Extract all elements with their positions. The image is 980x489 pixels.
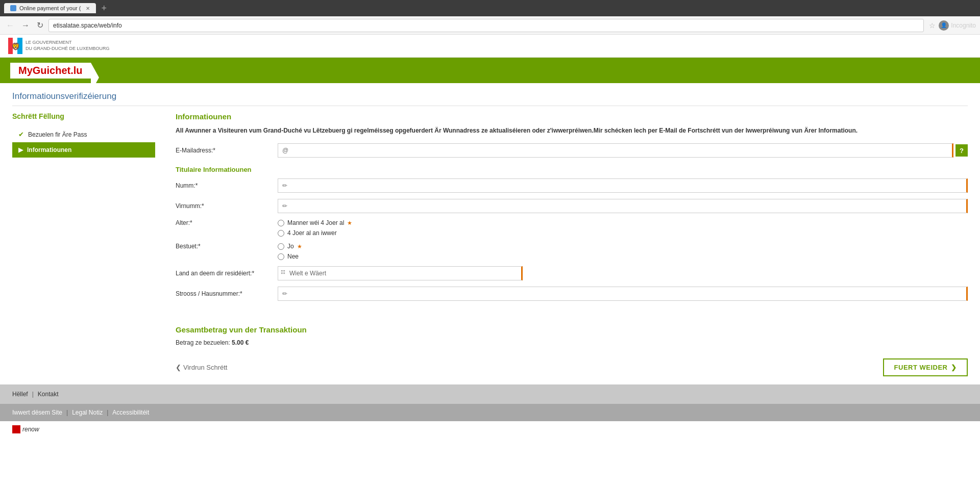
reload-icon[interactable]: ↻	[35, 19, 45, 31]
bestuet-option-nee-label[interactable]: Nee	[287, 253, 299, 260]
footer-sep-1: |	[32, 391, 34, 398]
strooss-input[interactable]	[278, 287, 968, 301]
email-input-wrapper: ?	[278, 143, 968, 158]
footer-legal-link[interactable]: Legal Notiz	[72, 409, 103, 416]
arrow-icon: ▶	[18, 146, 23, 153]
footer-kontakt-link[interactable]: Kontakt	[38, 391, 59, 398]
land-label: Land an deem dir residéiert:*	[176, 270, 278, 277]
footer-iwwert-link[interactable]: Iwwert dësem Site	[12, 409, 62, 416]
check-icon: ✔	[18, 131, 24, 138]
bestuet-required-mark: ★	[297, 243, 302, 250]
sidebar-item-bezuelen[interactable]: ✔ Bezuelen fir Äre Pass	[12, 126, 155, 142]
back-label: Virdrun Schrétt	[183, 364, 227, 371]
alter-radio-2[interactable]	[278, 230, 284, 237]
luxembourg-lion-icon: 🦁	[8, 38, 22, 54]
virnumm-label: Virnumm:*	[176, 202, 278, 210]
sidebar-item-informatiounen[interactable]: ▶ Informatiounen	[12, 142, 155, 158]
alter-option-2: 4 Joer al an iwwer	[278, 229, 352, 237]
incognito-badge: 👤 Incognito	[939, 20, 976, 31]
amount-value: 5.00 €	[232, 339, 249, 346]
transaction-section: Gesamtbetrag vun der Transaktioun Betrag…	[176, 317, 968, 346]
bestuet-label: Bestuet:*	[176, 243, 278, 250]
gov-logo: 🦁 LE GOUVERNEMENT DU GRAND-DUCHÉ DE LUXE…	[8, 38, 110, 54]
forward-chevron-icon: ❯	[951, 364, 957, 371]
bestuet-option-jo-label[interactable]: Jo	[287, 243, 294, 250]
transaction-title: Gesamtbetrag vun der Transaktioun	[176, 325, 968, 334]
page-content: Informatiounsverifizéierung Schrëtt Fëll…	[0, 83, 980, 384]
form-description: All Awunner a Visiteuren vum Grand-Duché…	[176, 126, 968, 135]
brand-header: MyGuichet.lu	[0, 58, 980, 83]
bestuet-radio-group: Jo ★ Nee	[278, 243, 302, 260]
sidebar-item-bezuelen-label: Bezuelen fir Äre Pass	[28, 131, 87, 138]
land-input-wrapper: ☷ Wielt e Wäert	[278, 266, 968, 280]
page-title: Informatiounsverifizéierung	[12, 91, 968, 106]
footer-sep-3: |	[107, 409, 108, 416]
tab-close-icon[interactable]: ✕	[86, 6, 90, 11]
tab-favicon-icon	[10, 5, 16, 11]
tab-title: Online payment of your (	[19, 5, 81, 11]
renow-label: renow	[22, 426, 39, 433]
browser-chrome: Online payment of your ( ✕ +	[0, 0, 980, 16]
alter-radio-group: Manner wéi 4 Joer al ★ 4 Joer al an iwwe…	[278, 219, 352, 237]
strooss-input-wrapper	[278, 287, 968, 301]
bestuet-option-jo: Jo ★	[278, 243, 302, 250]
renow-badge: ☑ renow	[0, 421, 980, 437]
back-nav-icon[interactable]: ←	[4, 20, 16, 31]
strooss-group: Strooss / Hausnummer:*	[176, 287, 968, 301]
new-tab-icon[interactable]: +	[101, 3, 107, 14]
alter-group: Alter:* Manner wéi 4 Joer al ★ 4 Joer al…	[176, 219, 968, 237]
numm-input[interactable]	[278, 178, 968, 193]
footer-sep-2: |	[66, 409, 68, 416]
email-help-button[interactable]: ?	[955, 144, 968, 157]
sidebar-item-informatiounen-label: Informatiounen	[27, 146, 71, 153]
numm-input-wrapper	[278, 178, 968, 193]
amount-label: Betrag ze bezuelen:	[176, 339, 230, 346]
land-group: Land an deem dir residéiert:* ☷ Wielt e …	[176, 266, 968, 280]
email-label: E-Mailadress:*	[176, 147, 278, 154]
address-input[interactable]	[48, 19, 924, 32]
forward-nav-icon[interactable]: →	[19, 20, 32, 31]
transaction-amount: Betrag ze bezuelen: 5.00 €	[176, 339, 968, 346]
renow-checkbox-icon: ☑	[12, 425, 20, 433]
brand-name: MyGuichet.lu	[10, 63, 91, 79]
alter-radio-1[interactable]	[278, 220, 284, 226]
back-button[interactable]: ❮ Virdrun Schrétt	[176, 364, 227, 371]
alter-option-1: Manner wéi 4 Joer al ★	[278, 219, 352, 226]
incognito-icon: 👤	[939, 20, 949, 31]
forward-label: FUERT WEIDER	[894, 364, 948, 371]
incognito-label: Incognito	[951, 22, 976, 29]
alter-label: Alter:*	[176, 219, 278, 226]
back-chevron-icon: ❮	[176, 364, 181, 371]
select-icon: ☷	[281, 269, 285, 275]
land-select-wrapper: ☷ Wielt e Wäert	[278, 266, 968, 280]
main-layout: Schrëtt Fëllung ✔ Bezuelen fir Äre Pass …	[12, 112, 968, 376]
bestuet-radio-nee[interactable]	[278, 253, 284, 260]
email-input[interactable]	[278, 143, 953, 158]
forward-button[interactable]: FUERT WEIDER ❯	[883, 358, 968, 376]
footer-access-link[interactable]: Accessibilitéit	[112, 409, 149, 416]
email-group: E-Mailadress:* ?	[176, 143, 968, 158]
sidebar: Schrëtt Fëllung ✔ Bezuelen fir Äre Pass …	[12, 112, 165, 376]
numm-group: Numm:*	[176, 178, 968, 193]
land-select[interactable]: Wielt e Wäert	[278, 266, 523, 280]
browser-tab[interactable]: Online payment of your ( ✕	[4, 3, 96, 13]
form-section-title: Informatiounen	[176, 112, 968, 121]
alter-required-mark-1: ★	[347, 220, 352, 226]
strooss-label: Strooss / Hausnummer:*	[176, 290, 278, 297]
footer-hellef-link[interactable]: Hëllef	[12, 391, 28, 398]
gov-text: LE GOUVERNEMENT DU GRAND-DUCHÉ DE LUXEMB…	[26, 40, 110, 52]
virnumm-input[interactable]	[278, 199, 968, 213]
address-bar: ← → ↻ ☆ 👤 Incognito	[0, 16, 980, 35]
virnumm-input-wrapper	[278, 199, 968, 213]
subsection-title: Titulaire Informatiounen	[176, 166, 968, 173]
numm-label: Numm:*	[176, 182, 278, 189]
bestuet-option-nee: Nee	[278, 253, 302, 260]
bestuet-radio-jo[interactable]	[278, 243, 284, 250]
bestuet-group: Bestuet:* Jo ★ Nee	[176, 243, 968, 260]
bookmark-icon[interactable]: ☆	[929, 21, 936, 30]
gov-header: 🦁 LE GOUVERNEMENT DU GRAND-DUCHÉ DE LUXE…	[0, 35, 980, 58]
alter-option-2-label[interactable]: 4 Joer al an iwwer	[287, 229, 337, 237]
alter-option-1-label[interactable]: Manner wéi 4 Joer al	[287, 219, 344, 226]
footer-bottom: Iwwert dësem Site | Legal Notiz | Access…	[0, 404, 980, 421]
svg-text:🦁: 🦁	[11, 42, 20, 51]
